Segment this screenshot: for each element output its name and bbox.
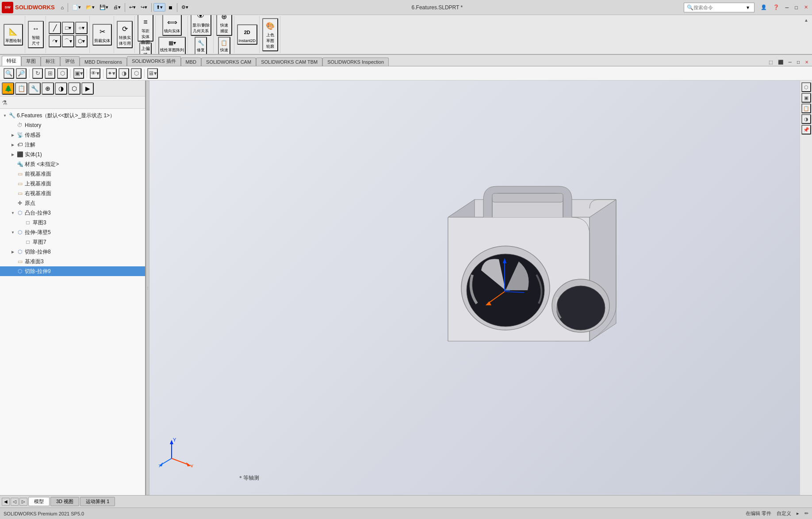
tab-sw-cam-tbm[interactable]: SOLIDWORKS CAM TBM bbox=[256, 58, 322, 66]
tree-thin5-expand[interactable]: ▼ bbox=[10, 229, 16, 235]
new-button[interactable]: 📄▾ bbox=[70, 4, 83, 11]
tab-sw-cam[interactable]: SOLIDWORKS CAM bbox=[201, 58, 256, 66]
ribbon-btn-line[interactable]: ╱ bbox=[49, 22, 61, 34]
tree-boss3-expand[interactable]: ▼ bbox=[10, 210, 16, 216]
vt-screen-capture[interactable]: 🖥▾ bbox=[147, 68, 158, 79]
tree-sketch3-expand[interactable] bbox=[18, 219, 24, 226]
rp-btn-auto-balloon[interactable]: ▣ bbox=[801, 93, 811, 103]
vt-scene[interactable]: ⬡ bbox=[131, 68, 142, 79]
tree-item-solid-bodies[interactable]: ▶ ⬛ 实体(1) bbox=[0, 150, 145, 159]
tab-mbd-dim[interactable]: MBD Dimensions bbox=[80, 58, 127, 66]
ribbon-btn-mirror[interactable]: ⟺ 镜向实体 bbox=[162, 15, 182, 36]
options-button[interactable]: ⚙▾ bbox=[179, 4, 191, 11]
tree-item-material[interactable]: 🔩 材质 <未指定> bbox=[0, 159, 145, 169]
nav-back-btn[interactable]: ◁ bbox=[11, 498, 19, 506]
viewport[interactable]: Y X Z ＊等轴测 bbox=[149, 81, 800, 495]
ribbon-btn-equal[interactable]: ≡ 等距实体 bbox=[138, 15, 153, 42]
tree-item-top-plane[interactable]: ▭ 上视基准面 bbox=[0, 179, 145, 188]
tree-material-expand[interactable] bbox=[10, 161, 16, 167]
vt-view-orient[interactable]: ⬡ bbox=[57, 68, 68, 79]
tree-item-cut-extrude8[interactable]: ▶ ⬡ 切除-拉伸8 bbox=[0, 247, 145, 257]
btab-model[interactable]: 模型 bbox=[28, 497, 50, 506]
tree-root[interactable]: ▼ 🔧 6.Features（默认<<默认>_显示状态 1>） bbox=[0, 111, 145, 120]
ribbon-btn-fillet[interactable]: ⌒▾ bbox=[62, 35, 74, 47]
ribbon-collapse-btn[interactable]: ▲ bbox=[804, 16, 810, 53]
tree-item-history[interactable]: History bbox=[0, 120, 145, 130]
tree-solid-expand[interactable]: ▶ bbox=[10, 151, 16, 158]
tree-rightplane-expand[interactable] bbox=[10, 190, 16, 196]
ribbon-btn-showrelations[interactable]: 👁 显示/删除几何关系 bbox=[191, 15, 211, 36]
tree-topplane-expand[interactable] bbox=[10, 181, 16, 187]
rp-btn-view-palette[interactable]: ⬡ bbox=[801, 82, 811, 92]
tree-item-origin[interactable]: ✛ 原点 bbox=[0, 198, 145, 208]
ribbon-btn-smartdim[interactable]: ↔ 智能尺寸 bbox=[28, 21, 44, 48]
panel-btn-configman[interactable]: 🔧 bbox=[28, 82, 41, 95]
minimize-button[interactable]: ─ bbox=[783, 4, 791, 11]
btab-3dview[interactable]: 3D 视图 bbox=[50, 497, 79, 506]
tab-evaluate[interactable]: 评估 bbox=[60, 56, 80, 66]
tree-item-cut-extrude9[interactable]: ⬡ 切除-拉伸9 bbox=[0, 266, 145, 276]
tab-sketch[interactable]: 草图 bbox=[21, 56, 41, 66]
help-button[interactable]: ❓ bbox=[771, 4, 781, 11]
vt-appearance[interactable]: ✦▾ bbox=[106, 68, 117, 79]
stop-button[interactable]: ⏹ bbox=[166, 4, 175, 11]
attach-panel-btn[interactable]: ⬛ bbox=[776, 59, 785, 65]
rp-btn-tasks[interactable]: 📌 bbox=[801, 125, 811, 135]
save-button[interactable]: 💾▾ bbox=[97, 4, 111, 11]
panel-btn-more[interactable]: ▶ bbox=[81, 82, 94, 95]
vt-display-style[interactable]: ▣▾ bbox=[73, 68, 84, 79]
tree-cut8-expand[interactable]: ▶ bbox=[10, 249, 16, 255]
panel-btn-displaymgr[interactable]: ◑ bbox=[55, 82, 67, 95]
panel-resize-handle[interactable]: ⋮ bbox=[146, 81, 149, 495]
tree-root-expand[interactable]: ▼ bbox=[2, 112, 8, 119]
tree-item-sensors[interactable]: ▶ 📡 传感器 bbox=[0, 130, 145, 140]
ribbon-btn-quickcapture[interactable]: ⊕ 快速捕捉 bbox=[216, 15, 232, 36]
ribbon-btn-arc[interactable]: ◜▾ bbox=[49, 35, 61, 47]
tree-cut9-expand[interactable] bbox=[10, 268, 16, 274]
search-dropdown-icon[interactable]: ▾ bbox=[747, 4, 749, 11]
close-panel-btn[interactable]: ─ bbox=[787, 59, 793, 65]
ribbon-btn-rectangle[interactable]: □▾ bbox=[62, 22, 74, 34]
ribbon-btn-curve[interactable]: 曲面上偏移 bbox=[139, 42, 152, 55]
home-button[interactable]: ⌂ bbox=[59, 4, 66, 11]
panel-btn-dimxpert[interactable]: ⊕ bbox=[42, 82, 54, 95]
tree-sensors-expand[interactable]: ▶ bbox=[10, 132, 16, 138]
tab-sw-inspection[interactable]: SOLIDWORKS Inspection bbox=[322, 58, 389, 66]
ribbon-btn-quickview[interactable]: 📋 快速草图 bbox=[218, 37, 230, 55]
tree-item-thin-extrude5[interactable]: ▼ ⬡ 拉伸-薄壁5 bbox=[0, 227, 145, 237]
tree-item-boss-extrude3[interactable]: ▼ ⬡ 凸台-拉伸3 bbox=[0, 208, 145, 218]
tree-history-expand[interactable] bbox=[10, 122, 16, 128]
restore-panel-btn[interactable]: □ bbox=[795, 59, 801, 65]
print-button[interactable]: 🖨▾ bbox=[111, 4, 123, 11]
ribbon-btn-instant2d[interactable]: 2D Instant2D bbox=[237, 24, 258, 45]
tab-features[interactable]: 特征 bbox=[2, 56, 21, 66]
tree-datum3-expand[interactable] bbox=[10, 258, 16, 265]
tree-item-sketch3[interactable]: □ 草图3 bbox=[0, 218, 145, 227]
panel-btn-propman[interactable]: 📋 bbox=[15, 82, 27, 95]
close-ribbon-btn[interactable]: ✕ bbox=[803, 59, 810, 65]
select-button[interactable]: ⬆▾ bbox=[153, 3, 165, 12]
vt-rotate[interactable]: ↻ bbox=[32, 68, 43, 79]
vt-realview[interactable]: ◑ bbox=[119, 68, 129, 79]
tab-mbd[interactable]: MBD bbox=[181, 58, 201, 66]
ribbon-btn-linear-array[interactable]: ▦▾ 线性草图阵列 bbox=[158, 37, 186, 55]
close-button[interactable]: ✕ bbox=[802, 4, 810, 11]
maximize-button[interactable]: □ bbox=[793, 4, 800, 11]
vt-zoom-window[interactable]: 🔍 bbox=[4, 68, 14, 79]
btab-motion[interactable]: 运动算例 1 bbox=[80, 497, 115, 506]
tab-sw-plugins[interactable]: SOLIDWORKS 插件 bbox=[127, 56, 181, 66]
tree-origin-expand[interactable] bbox=[10, 200, 16, 206]
tab-annotation[interactable]: 标注 bbox=[41, 56, 60, 66]
ribbon-btn-draw[interactable]: 📐 草图绘制 bbox=[4, 24, 23, 46]
search-input[interactable] bbox=[693, 5, 747, 10]
search-box[interactable]: 🔍 ▾ bbox=[684, 3, 755, 12]
ribbon-btn-fixsketch[interactable]: 🔧 修复草图 bbox=[195, 37, 207, 55]
tree-item-right-plane[interactable]: ▭ 右视基准面 bbox=[0, 188, 145, 198]
nav-prev-btn[interactable]: ◀ bbox=[2, 498, 10, 506]
panel-btn-featureman[interactable]: 🌲 bbox=[2, 82, 14, 95]
tree-item-sketch7[interactable]: □ 草图7 bbox=[0, 237, 145, 247]
tree-item-annotations[interactable]: ▶ 🏷 注解 bbox=[0, 140, 145, 150]
vt-section[interactable]: ⊞ bbox=[45, 68, 55, 79]
ribbon-btn-convert[interactable]: ⟳ 转换实体引用 bbox=[117, 21, 133, 48]
tree-sketch7-expand[interactable] bbox=[18, 239, 24, 245]
